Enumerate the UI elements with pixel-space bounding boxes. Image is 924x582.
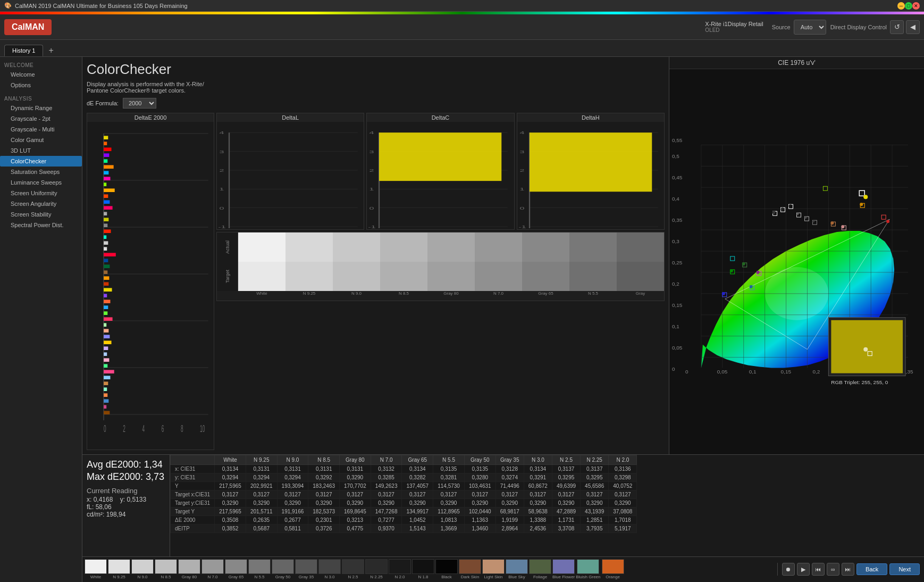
sidebar-item-screen-angularity[interactable]: Screen Angularity	[0, 198, 82, 209]
table-cell-label: dEITP	[171, 525, 215, 533]
swatch-thumb[interactable]: Gray 65	[225, 559, 247, 579]
th-n225: N 2.25	[581, 455, 609, 465]
swatch-color-block	[365, 559, 388, 574]
table-row: x: CIE310,31340,31310,31310,31310,31310,…	[171, 465, 637, 473]
refresh-button[interactable]: ↺	[890, 20, 904, 34]
loop-button[interactable]: ∞	[827, 563, 839, 576]
swatch-color-block	[225, 559, 247, 574]
th-n25: N 2.5	[552, 455, 580, 465]
rewind-button[interactable]: ⏮	[812, 563, 825, 576]
th-n85: N 8.5	[308, 455, 340, 465]
sidebar-item-luminance-sweeps[interactable]: Luminance Sweeps	[0, 177, 82, 188]
table-cell: 149,2623	[371, 482, 402, 490]
de-formula-select[interactable]: 2000 ICtCp ITP	[123, 98, 156, 109]
table-cell: 0,3131	[308, 465, 340, 473]
maximize-button[interactable]: □	[905, 2, 912, 10]
reading-panel: Avg dE2000: 1,34 Max dE2000: 3,73 Curren…	[82, 455, 170, 556]
tab-add-button[interactable]: +	[45, 45, 56, 56]
play-button[interactable]: ▶	[797, 563, 810, 576]
sidebar-item-grayscale-2pt[interactable]: Grayscale - 2pt	[0, 113, 82, 124]
swatch-thumb[interactable]: Blue Flower	[552, 559, 575, 579]
svg-rect-21	[104, 177, 110, 180]
logo-button[interactable]: CalMAN	[4, 19, 52, 35]
svg-rect-46	[104, 323, 106, 327]
swatch-label-gray65: Gray 65	[522, 291, 569, 301]
main-area: Welcome Welcome Options Analysis Dynamic…	[0, 57, 924, 582]
record-button[interactable]: ⏺	[782, 563, 795, 576]
swatch-thumb[interactable]: Blue Sky	[506, 559, 528, 579]
next-button[interactable]: Next	[889, 563, 920, 575]
source-dropdown[interactable]: Auto	[794, 20, 826, 35]
close-button[interactable]: ✕	[912, 2, 920, 10]
svg-rect-23	[104, 188, 115, 192]
swatch-thumb[interactable]: N 2.5	[342, 559, 364, 579]
x-value: x: 0,4168	[87, 496, 113, 503]
device-name: X-Rite i1Display Retail	[705, 21, 763, 27]
swatch-thumb[interactable]: N 9.25	[108, 559, 130, 579]
swatch-thumb[interactable]: N 9.0	[131, 559, 154, 579]
forward-button[interactable]: ⏭	[842, 563, 854, 576]
sidebar-item-spectral-power[interactable]: Spectral Power Dist.	[0, 220, 82, 230]
swatch-thumb[interactable]: Light Skin	[482, 559, 505, 579]
svg-text:0,35: 0,35	[672, 217, 683, 223]
table-cell: 0,3291	[524, 473, 552, 482]
swatch-thumb[interactable]: Gray 35	[295, 559, 317, 579]
swatch-thumb[interactable]: Foliage	[529, 559, 551, 579]
swatch-thumb[interactable]: White	[85, 559, 107, 579]
table-cell: 49,6399	[552, 482, 580, 490]
swatch-thumb[interactable]: N 7.0	[201, 559, 224, 579]
table-cell: 0,3127	[464, 490, 495, 499]
back-button[interactable]: Back	[856, 563, 887, 575]
swatch-white-actual	[238, 232, 285, 262]
swatch-thumb[interactable]: Orange	[602, 559, 624, 579]
sidebar-item-screen-uniformity[interactable]: Screen Uniformity	[0, 188, 82, 198]
sidebar-item-colorchecker[interactable]: ColorChecker	[0, 156, 82, 167]
minimize-button[interactable]: ─	[897, 2, 905, 10]
tab-history1[interactable]: History 1	[4, 45, 43, 56]
swatch-thumb[interactable]: N 2.25	[365, 559, 388, 579]
ddc-area: Direct Display Control ↺ ◀	[830, 20, 920, 34]
data-table-scroll[interactable]: White N 9.25 N 9.0 N 8.5 Gray 80 N 7.0 G…	[170, 455, 924, 556]
content-top: ColorChecker Display analysis is perform…	[82, 57, 924, 454]
sidebar-item-welcome[interactable]: Welcome	[0, 69, 82, 80]
swatch-thumb[interactable]: N 2.0	[389, 559, 411, 579]
svg-rect-47	[104, 329, 108, 332]
th-gray35: Gray 35	[495, 455, 524, 465]
swatch-thumb[interactable]: N 3.0	[318, 559, 341, 579]
svg-rect-54	[104, 370, 114, 373]
swatch-thumb[interactable]: Black	[435, 559, 458, 579]
sidebar-item-options[interactable]: Options	[0, 80, 82, 90]
svg-text:0,05: 0,05	[717, 369, 728, 375]
swatch-thumb[interactable]: Gray 50	[272, 559, 294, 579]
sidebar-item-screen-stability[interactable]: Screen Stability	[0, 209, 82, 220]
table-cell: 0,3726	[308, 525, 340, 533]
swatch-color-block	[248, 559, 271, 574]
swatch-gray-actual	[617, 232, 664, 262]
swatch-thumb[interactable]: N 5.5	[248, 559, 271, 579]
svg-text:2: 2	[369, 169, 374, 173]
target-swatches-row: Target	[217, 262, 664, 291]
table-cell: 0,3285	[371, 473, 402, 482]
th-n90: N 9.0	[277, 455, 308, 465]
svg-rect-18	[104, 159, 107, 163]
data-table: White N 9.25 N 9.0 N 8.5 Gray 80 N 7.0 G…	[170, 455, 637, 533]
swatch-thumb[interactable]: Gray 80	[178, 559, 200, 579]
svg-point-179	[750, 285, 753, 288]
settings-button[interactable]: ◀	[906, 20, 920, 34]
sidebar-item-color-gamut[interactable]: Color Gamut	[0, 135, 82, 145]
swatch-thumb[interactable]: N 1.8	[412, 559, 434, 579]
sidebar-item-dynamic-range[interactable]: Dynamic Range	[0, 103, 82, 113]
svg-text:4: 4	[220, 131, 224, 135]
swatch-thumb[interactable]: N 8.5	[155, 559, 177, 579]
svg-text:3: 3	[519, 149, 524, 154]
svg-text:0: 0	[104, 424, 106, 434]
sidebar-item-grayscale-multi[interactable]: Grayscale - Multi	[0, 124, 82, 135]
swatch-label-gray: Gray	[617, 291, 664, 301]
svg-rect-14	[104, 136, 108, 139]
sidebar-item-saturation-sweeps[interactable]: Saturation Sweeps	[0, 167, 82, 177]
swatch-thumb[interactable]: Dark Skin	[459, 559, 481, 579]
table-cell: 0,3281	[433, 473, 465, 482]
sidebar-item-3d-lut[interactable]: 3D LUT	[0, 145, 82, 156]
th-gray80: Gray 80	[340, 455, 371, 465]
swatch-thumb[interactable]: Bluish Green	[576, 559, 600, 579]
